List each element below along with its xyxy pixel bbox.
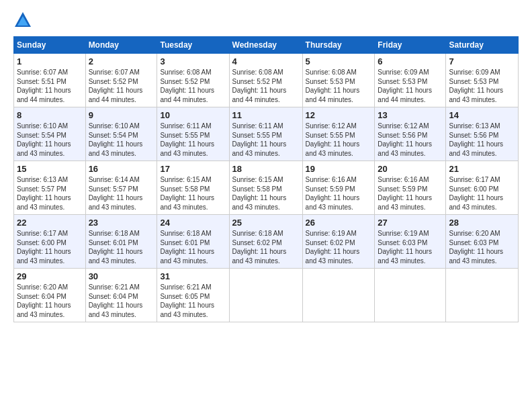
day-info: Sunrise: 6:14 AMSunset: 5:57 PMDaylight:… — [89, 175, 154, 212]
header — [13, 11, 519, 30]
day-number: 8 — [17, 110, 83, 120]
logo-icon — [13, 11, 32, 30]
day-number: 16 — [89, 164, 154, 174]
day-info: Sunrise: 6:08 AMSunset: 5:52 PMDaylight:… — [232, 68, 300, 104]
calendar-cell — [446, 269, 519, 322]
calendar: SundayMondayTuesdayWednesdayThursdayFrid… — [13, 36, 519, 322]
calendar-cell: 25Sunrise: 6:18 AMSunset: 6:02 PMDayligh… — [229, 215, 302, 269]
calendar-cell: 23Sunrise: 6:18 AMSunset: 6:01 PMDayligh… — [85, 215, 157, 269]
calendar-cell: 7Sunrise: 6:09 AMSunset: 5:53 PMDaylight… — [446, 54, 519, 107]
day-number: 1 — [17, 56, 83, 66]
week-row-1: 8Sunrise: 6:10 AMSunset: 5:54 PMDaylight… — [14, 107, 519, 161]
calendar-cell — [302, 269, 375, 322]
day-info: Sunrise: 6:10 AMSunset: 5:54 PMDaylight:… — [17, 122, 83, 158]
day-info: Sunrise: 6:08 AMSunset: 5:53 PMDaylight:… — [306, 68, 372, 104]
header-cell-thursday: Thursday — [302, 37, 375, 54]
calendar-cell: 28Sunrise: 6:20 AMSunset: 6:03 PMDayligh… — [446, 215, 519, 269]
header-cell-tuesday: Tuesday — [157, 37, 229, 54]
calendar-cell: 3Sunrise: 6:08 AMSunset: 5:52 PMDaylight… — [157, 54, 229, 107]
day-number: 20 — [378, 164, 443, 174]
day-info: Sunrise: 6:13 AMSunset: 5:57 PMDaylight:… — [17, 175, 83, 212]
calendar-cell — [229, 269, 302, 322]
calendar-cell: 27Sunrise: 6:19 AMSunset: 6:03 PMDayligh… — [375, 215, 446, 269]
calendar-cell: 14Sunrise: 6:13 AMSunset: 5:56 PMDayligh… — [446, 107, 519, 161]
day-number: 11 — [232, 110, 300, 120]
day-number: 23 — [89, 218, 154, 228]
day-number: 27 — [378, 218, 443, 228]
calendar-cell: 6Sunrise: 6:09 AMSunset: 5:53 PMDaylight… — [375, 54, 446, 107]
day-info: Sunrise: 6:18 AMSunset: 6:02 PMDaylight:… — [232, 229, 300, 265]
day-info: Sunrise: 6:07 AMSunset: 5:51 PMDaylight:… — [17, 68, 83, 104]
header-cell-wednesday: Wednesday — [229, 37, 302, 54]
day-number: 19 — [306, 164, 372, 174]
day-info: Sunrise: 6:19 AMSunset: 6:02 PMDaylight:… — [306, 229, 372, 265]
week-row-3: 22Sunrise: 6:17 AMSunset: 6:00 PMDayligh… — [14, 215, 519, 269]
day-info: Sunrise: 6:09 AMSunset: 5:53 PMDaylight:… — [378, 68, 443, 104]
header-cell-saturday: Saturday — [446, 37, 519, 54]
day-number: 14 — [449, 110, 515, 120]
calendar-cell: 1Sunrise: 6:07 AMSunset: 5:51 PMDaylight… — [14, 54, 86, 107]
calendar-cell: 29Sunrise: 6:20 AMSunset: 6:04 PMDayligh… — [14, 269, 86, 322]
calendar-cell: 21Sunrise: 6:17 AMSunset: 6:00 PMDayligh… — [446, 161, 519, 215]
day-info: Sunrise: 6:10 AMSunset: 5:54 PMDaylight:… — [89, 122, 154, 158]
calendar-cell: 20Sunrise: 6:16 AMSunset: 5:59 PMDayligh… — [375, 161, 446, 215]
day-number: 7 — [449, 56, 515, 66]
calendar-cell: 10Sunrise: 6:11 AMSunset: 5:55 PMDayligh… — [157, 107, 229, 161]
day-info: Sunrise: 6:15 AMSunset: 5:58 PMDaylight:… — [160, 175, 226, 212]
week-row-0: 1Sunrise: 6:07 AMSunset: 5:51 PMDaylight… — [14, 54, 519, 107]
header-cell-sunday: Sunday — [14, 37, 86, 54]
day-info: Sunrise: 6:08 AMSunset: 5:52 PMDaylight:… — [160, 68, 226, 104]
calendar-cell: 31Sunrise: 6:21 AMSunset: 6:05 PMDayligh… — [157, 269, 229, 322]
day-number: 30 — [89, 271, 154, 281]
day-info: Sunrise: 6:12 AMSunset: 5:56 PMDaylight:… — [378, 122, 443, 158]
calendar-cell: 15Sunrise: 6:13 AMSunset: 5:57 PMDayligh… — [14, 161, 86, 215]
day-number: 5 — [306, 56, 372, 66]
day-number: 24 — [160, 218, 226, 228]
calendar-cell: 5Sunrise: 6:08 AMSunset: 5:53 PMDaylight… — [302, 54, 375, 107]
week-row-4: 29Sunrise: 6:20 AMSunset: 6:04 PMDayligh… — [14, 269, 519, 322]
week-row-2: 15Sunrise: 6:13 AMSunset: 5:57 PMDayligh… — [14, 161, 519, 215]
day-number: 15 — [17, 164, 83, 174]
calendar-cell: 16Sunrise: 6:14 AMSunset: 5:57 PMDayligh… — [85, 161, 157, 215]
day-number: 21 — [449, 164, 515, 174]
day-info: Sunrise: 6:12 AMSunset: 5:55 PMDaylight:… — [306, 122, 372, 158]
day-info: Sunrise: 6:18 AMSunset: 6:01 PMDaylight:… — [89, 229, 154, 265]
day-info: Sunrise: 6:20 AMSunset: 6:04 PMDaylight:… — [17, 283, 83, 319]
day-info: Sunrise: 6:17 AMSunset: 6:00 PMDaylight:… — [17, 229, 83, 265]
day-info: Sunrise: 6:15 AMSunset: 5:58 PMDaylight:… — [232, 175, 300, 212]
day-number: 22 — [17, 218, 83, 228]
calendar-cell: 19Sunrise: 6:16 AMSunset: 5:59 PMDayligh… — [302, 161, 375, 215]
calendar-cell: 24Sunrise: 6:18 AMSunset: 6:01 PMDayligh… — [157, 215, 229, 269]
calendar-cell: 30Sunrise: 6:21 AMSunset: 6:04 PMDayligh… — [85, 269, 157, 322]
day-info: Sunrise: 6:18 AMSunset: 6:01 PMDaylight:… — [160, 229, 226, 265]
day-info: Sunrise: 6:21 AMSunset: 6:05 PMDaylight:… — [160, 283, 226, 319]
day-info: Sunrise: 6:17 AMSunset: 6:00 PMDaylight:… — [449, 175, 515, 212]
day-number: 26 — [306, 218, 372, 228]
calendar-header: SundayMondayTuesdayWednesdayThursdayFrid… — [14, 37, 519, 54]
day-info: Sunrise: 6:11 AMSunset: 5:55 PMDaylight:… — [232, 122, 300, 158]
day-number: 31 — [160, 271, 226, 281]
header-row: SundayMondayTuesdayWednesdayThursdayFrid… — [14, 37, 519, 54]
calendar-cell: 26Sunrise: 6:19 AMSunset: 6:02 PMDayligh… — [302, 215, 375, 269]
calendar-cell: 17Sunrise: 6:15 AMSunset: 5:58 PMDayligh… — [157, 161, 229, 215]
calendar-cell: 18Sunrise: 6:15 AMSunset: 5:58 PMDayligh… — [229, 161, 302, 215]
day-info: Sunrise: 6:19 AMSunset: 6:03 PMDaylight:… — [378, 229, 443, 265]
calendar-cell: 4Sunrise: 6:08 AMSunset: 5:52 PMDaylight… — [229, 54, 302, 107]
day-info: Sunrise: 6:21 AMSunset: 6:04 PMDaylight:… — [89, 283, 154, 319]
day-number: 10 — [160, 110, 226, 120]
calendar-body: 1Sunrise: 6:07 AMSunset: 5:51 PMDaylight… — [14, 54, 519, 322]
day-number: 3 — [160, 56, 226, 66]
calendar-cell — [375, 269, 446, 322]
calendar-cell: 9Sunrise: 6:10 AMSunset: 5:54 PMDaylight… — [85, 107, 157, 161]
day-number: 4 — [232, 56, 300, 66]
day-number: 6 — [378, 56, 443, 66]
day-info: Sunrise: 6:20 AMSunset: 6:03 PMDaylight:… — [449, 229, 515, 265]
calendar-cell: 8Sunrise: 6:10 AMSunset: 5:54 PMDaylight… — [14, 107, 86, 161]
calendar-cell: 11Sunrise: 6:11 AMSunset: 5:55 PMDayligh… — [229, 107, 302, 161]
calendar-cell: 12Sunrise: 6:12 AMSunset: 5:55 PMDayligh… — [302, 107, 375, 161]
day-number: 12 — [306, 110, 372, 120]
day-info: Sunrise: 6:09 AMSunset: 5:53 PMDaylight:… — [449, 68, 515, 104]
day-info: Sunrise: 6:16 AMSunset: 5:59 PMDaylight:… — [306, 175, 372, 212]
day-number: 25 — [232, 218, 300, 228]
calendar-cell: 22Sunrise: 6:17 AMSunset: 6:00 PMDayligh… — [14, 215, 86, 269]
